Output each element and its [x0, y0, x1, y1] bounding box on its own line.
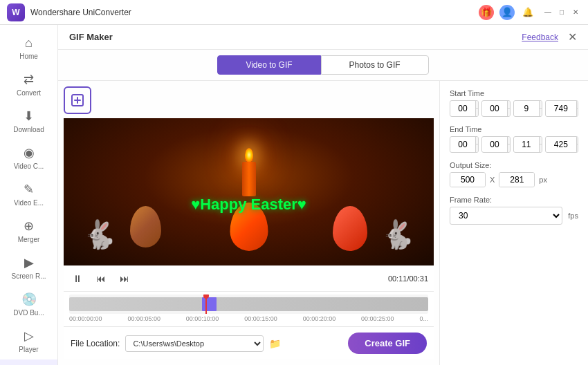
- frame-rate-label: Frame Rate:: [450, 196, 578, 204]
- pause-button[interactable]: ⏸: [69, 270, 86, 287]
- screen-rec-icon: ▶: [24, 255, 34, 270]
- add-file-button[interactable]: [64, 86, 91, 114]
- start-hour-down[interactable]: ▼: [476, 109, 479, 116]
- start-ms-down[interactable]: ▼: [577, 109, 578, 116]
- end-sec-spinner: ▲ ▼: [539, 137, 542, 152]
- sidebar-item-video-edit[interactable]: ✎ Video E...: [0, 176, 57, 213]
- start-hour-up[interactable]: ▲: [476, 101, 479, 109]
- end-min-down[interactable]: ▼: [508, 144, 511, 152]
- gif-maker-header: GIF Maker Feedback ✕: [58, 25, 588, 50]
- minimize-button[interactable]: —: [542, 7, 553, 18]
- height-input[interactable]: [499, 173, 534, 187]
- end-sec-field: ▲ ▼: [513, 136, 542, 153]
- start-sec-field: ▲ ▼: [513, 100, 542, 117]
- end-ms-up[interactable]: ▲: [577, 137, 578, 144]
- timeline-labels: 00:00:00:00 00:00:05:00 00:00:10:00 00:0…: [69, 314, 428, 324]
- gift-icon[interactable]: 🎁: [479, 5, 494, 20]
- dvd-icon: 💿: [21, 292, 37, 307]
- content-area: 📄 formats. 🖼 pictures. 📊 of media files.…: [58, 25, 588, 365]
- timeline-label-4: 00:00:20:00: [303, 315, 336, 322]
- sidebar-label-download: Download: [13, 126, 44, 134]
- width-field: [450, 172, 486, 187]
- start-ms-up[interactable]: ▲: [577, 101, 578, 109]
- close-icon[interactable]: ✕: [568, 30, 577, 44]
- player-icon: ▷: [24, 328, 34, 344]
- timeline-track: [69, 297, 428, 311]
- end-hour-up[interactable]: ▲: [476, 137, 479, 144]
- start-min-input[interactable]: [482, 102, 507, 115]
- main-layout: ⌂ Home ⇄ Convert ⬇ Download ◉ Video C...…: [0, 25, 588, 365]
- start-min-up[interactable]: ▲: [508, 101, 511, 109]
- end-min-up[interactable]: ▲: [508, 137, 511, 144]
- sidebar-item-merger[interactable]: ⊕ Merger: [0, 213, 57, 250]
- sidebar-item-dvd[interactable]: 💿 DVD Bu...: [0, 286, 57, 323]
- video-preview: 🐇 🐇 ♥Happy Easter♥: [64, 118, 434, 265]
- player-controls: ⏸ ⏮ ⏭ 00:11/00:31: [64, 265, 434, 291]
- user-icon[interactable]: 👤: [499, 5, 515, 20]
- end-sec-up[interactable]: ▲: [540, 137, 542, 144]
- size-x-label: X: [490, 176, 495, 184]
- timeline-label-3: 00:00:15:00: [244, 315, 277, 322]
- start-min-down[interactable]: ▼: [508, 109, 511, 116]
- width-input[interactable]: [450, 173, 485, 187]
- start-ms-input[interactable]: [546, 102, 576, 115]
- candle: [242, 148, 256, 196]
- bell-icon[interactable]: 🔔: [520, 5, 535, 20]
- sidebar-item-toolbox[interactable]: ⊞ Toolbox: [0, 359, 57, 365]
- end-min-field: ▲ ▼: [481, 136, 511, 153]
- fps-select[interactable]: 30 15 24 60: [450, 207, 562, 225]
- time-display: 00:11/00:31: [388, 274, 428, 283]
- gif-maker-tabs: Video to GIF Photos to GIF: [58, 50, 588, 81]
- end-ms-down[interactable]: ▼: [577, 144, 578, 152]
- start-time-setting: Start Time ▲ ▼: [450, 89, 578, 117]
- end-hour-down[interactable]: ▼: [476, 144, 479, 152]
- end-min-input[interactable]: [482, 138, 507, 151]
- file-location-label: File Location:: [71, 339, 120, 348]
- file-location-bar: File Location: C:\Users\ws\Desktop 📁 Cre…: [64, 326, 434, 359]
- home-icon: ⌂: [25, 36, 33, 50]
- folder-icon[interactable]: 📁: [269, 338, 281, 349]
- tab-photos-to-gif[interactable]: Photos to GIF: [321, 55, 429, 75]
- end-ms-input[interactable]: [546, 138, 576, 151]
- start-sec-input[interactable]: [514, 102, 539, 115]
- end-sec-down[interactable]: ▼: [540, 144, 542, 152]
- easter-text: ♥Happy Easter♥: [191, 196, 306, 214]
- close-button[interactable]: ✕: [570, 7, 581, 18]
- sidebar-label-home: Home: [19, 53, 38, 61]
- timeline-needle: [205, 294, 207, 314]
- next-button[interactable]: ⏭: [116, 270, 133, 287]
- prev-icon: ⏮: [96, 273, 106, 284]
- gif-settings-panel: Start Time ▲ ▼: [439, 81, 588, 365]
- sidebar-item-download[interactable]: ⬇ Download: [0, 103, 57, 140]
- candle-flame: [245, 148, 253, 162]
- timeline-selection[interactable]: [202, 297, 217, 311]
- maximize-button[interactable]: □: [556, 7, 567, 18]
- title-bar-icons: 🎁 👤 🔔: [479, 5, 535, 20]
- sidebar-label-video-edit: Video E...: [14, 199, 44, 207]
- end-ms-field: ▲ ▼: [545, 136, 578, 153]
- prev-button[interactable]: ⏮: [93, 270, 109, 287]
- height-field: [499, 172, 535, 187]
- sidebar-item-convert[interactable]: ⇄ Convert: [0, 66, 57, 103]
- tab-video-to-gif[interactable]: Video to GIF: [217, 55, 320, 75]
- sidebar: ⌂ Home ⇄ Convert ⬇ Download ◉ Video C...…: [0, 25, 58, 365]
- end-hour-input[interactable]: [450, 138, 475, 151]
- sidebar-item-home[interactable]: ⌂ Home: [0, 30, 57, 66]
- file-location-select[interactable]: C:\Users\ws\Desktop: [125, 335, 264, 352]
- sidebar-label-merger: Merger: [18, 236, 40, 244]
- create-gif-button[interactable]: Create GIF: [348, 333, 427, 354]
- sidebar-item-screen-rec[interactable]: ▶ Screen R...: [0, 250, 57, 286]
- end-time-label: End Time: [450, 125, 578, 133]
- timeline-bar[interactable]: [69, 294, 428, 314]
- window-controls: — □ ✕: [542, 7, 581, 18]
- start-min-spinner: ▲ ▼: [507, 101, 511, 116]
- start-hour-input[interactable]: [450, 102, 475, 115]
- sidebar-label-convert: Convert: [17, 89, 41, 97]
- end-sec-input[interactable]: [514, 138, 539, 151]
- gif-video-section: 🐇 🐇 ♥Happy Easter♥ ⏸ ⏮: [58, 81, 439, 365]
- sidebar-item-player[interactable]: ▷ Player: [0, 323, 57, 359]
- start-sec-down[interactable]: ▼: [540, 109, 542, 116]
- sidebar-item-video-comp[interactable]: ◉ Video C...: [0, 140, 57, 176]
- start-sec-up[interactable]: ▲: [540, 101, 542, 109]
- feedback-link[interactable]: Feedback: [522, 32, 558, 42]
